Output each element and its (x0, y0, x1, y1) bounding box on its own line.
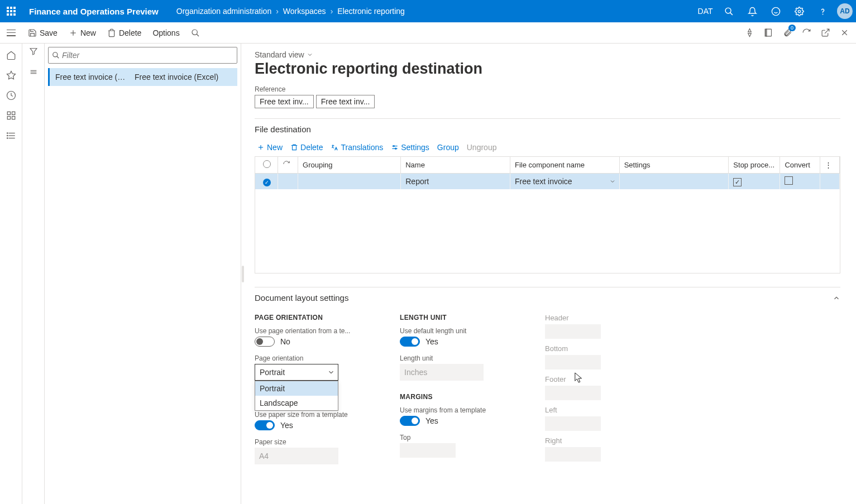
personalize-icon[interactable] (740, 22, 759, 44)
file-destination-header[interactable]: File destination (255, 118, 840, 140)
dropdown-option-landscape[interactable]: Landscape (255, 396, 338, 410)
view-selector[interactable]: Standard view (255, 50, 840, 59)
star-icon[interactable] (1, 67, 22, 84)
grid-new-button[interactable]: New (257, 143, 283, 152)
nav-rail (0, 44, 22, 504)
save-label: Save (40, 28, 58, 37)
layout-settings-header[interactable]: Document layout settings (255, 287, 840, 308)
detail-pane: Standard view Electronic reporting desti… (245, 44, 856, 504)
home-icon[interactable] (1, 47, 22, 64)
convert-checkbox[interactable] (785, 176, 793, 185)
col-convert[interactable]: Convert (780, 157, 820, 174)
col-stop[interactable]: Stop proce... (729, 157, 780, 174)
more-columns-icon[interactable]: ⋮ (825, 161, 832, 169)
bell-icon[interactable] (741, 0, 763, 22)
col-grouping[interactable]: Grouping (298, 157, 401, 174)
grid-delete-button[interactable]: Delete (290, 143, 323, 152)
use-orientation-toggle[interactable] (255, 337, 275, 347)
grid-settings-button[interactable]: Settings (391, 143, 429, 152)
refresh-icon[interactable] (797, 22, 816, 44)
gear-icon[interactable] (788, 0, 810, 22)
menu-icon[interactable] (0, 22, 22, 44)
toggle-value: Yes (425, 416, 438, 425)
use-default-length-label: Use default length unit (400, 327, 523, 335)
use-margins-toggle[interactable] (400, 416, 420, 426)
reference-chip[interactable]: Free text inv... (316, 95, 375, 108)
app-launcher-icon[interactable] (0, 0, 22, 22)
col-file-component[interactable]: File component name (510, 157, 619, 174)
cell-file-component[interactable]: Free text invoice (510, 174, 619, 190)
svg-rect-18 (7, 117, 10, 119)
reference-label: Reference (255, 85, 840, 93)
bottom-margin-label: Bottom (545, 344, 634, 353)
dropdown-option-portrait[interactable]: Portrait (255, 381, 338, 396)
svg-rect-17 (12, 112, 15, 114)
grid-translations-button[interactable]: Translations (331, 143, 383, 152)
page-orientation-select[interactable]: Portrait (255, 364, 338, 381)
svg-rect-19 (12, 117, 15, 119)
svg-point-2 (772, 7, 780, 15)
attachments-icon[interactable]: 0 (778, 22, 797, 44)
reference-chip[interactable]: Free text inv... (255, 95, 314, 108)
footer-margin-label: Footer (545, 375, 634, 383)
modules-icon[interactable] (1, 127, 22, 144)
stop-checkbox[interactable]: ✓ (733, 178, 742, 186)
delete-button[interactable]: Delete (102, 22, 147, 44)
chevron-right-icon: › (276, 7, 279, 16)
avatar[interactable]: AD (837, 3, 853, 19)
paper-size-field: A4 (255, 448, 338, 464)
refresh-col-icon[interactable] (283, 160, 290, 168)
col-name[interactable]: Name (401, 157, 510, 174)
workspace-icon[interactable] (1, 107, 22, 124)
close-icon[interactable] (835, 22, 854, 44)
grid-group-button[interactable]: Group (437, 143, 459, 152)
svg-point-0 (725, 8, 731, 13)
left-margin-label: Left (545, 406, 634, 414)
breadcrumb: Organization administration › Workspaces… (176, 7, 405, 16)
right-margin-label: Right (545, 436, 634, 445)
list-item[interactable]: Free text invoice (Exc... Free text invo… (48, 68, 237, 86)
page-options-icon[interactable] (759, 22, 778, 44)
chevron-up-icon (833, 294, 840, 302)
list-lines-icon[interactable] (29, 68, 38, 78)
length-unit-field: Inches (400, 364, 484, 381)
footer-margin-field (545, 386, 601, 400)
row-selected-icon[interactable] (263, 179, 271, 186)
top-label: Top (400, 434, 523, 441)
clock-icon[interactable] (1, 87, 22, 104)
breadcrumb-item[interactable]: Organization administration (176, 7, 271, 16)
save-button[interactable]: Save (22, 22, 63, 44)
popout-icon[interactable] (816, 22, 835, 44)
top-margin-field (400, 443, 456, 458)
svg-point-9 (192, 30, 197, 35)
col-settings[interactable]: Settings (619, 157, 729, 174)
use-paper-size-toggle[interactable] (255, 420, 275, 430)
filter-input[interactable] (48, 47, 237, 64)
svg-rect-16 (7, 112, 10, 114)
cell-name[interactable]: Report (401, 174, 510, 190)
filter-text[interactable] (62, 51, 233, 60)
breadcrumb-item[interactable]: Electronic reporting (337, 7, 405, 16)
table-row[interactable]: Report Free text invoice ✓ (255, 174, 840, 190)
svg-point-6 (822, 14, 823, 15)
main-content: Free text invoice (Exc... Free text invo… (0, 44, 856, 504)
help-icon[interactable] (811, 0, 834, 22)
options-label: Options (152, 28, 179, 37)
page-orientation-label: Page orientation (255, 354, 377, 362)
select-all-icon[interactable] (263, 160, 271, 168)
company-code[interactable]: DAT (694, 0, 716, 22)
options-button[interactable]: Options (147, 22, 185, 44)
list-rail (22, 44, 45, 504)
page-orientation-dropdown[interactable]: Portrait Landscape (255, 381, 338, 411)
svg-line-30 (57, 56, 59, 59)
use-default-length-toggle[interactable] (400, 337, 420, 347)
breadcrumb-item[interactable]: Workspaces (283, 7, 326, 16)
file-destination-grid[interactable]: Grouping Name File component name Settin… (255, 156, 840, 273)
funnel-icon[interactable] (29, 47, 38, 57)
actionbar-search-icon[interactable] (185, 22, 205, 44)
chevron-right-icon: › (331, 7, 333, 16)
search-icon[interactable] (718, 0, 740, 22)
new-button[interactable]: New (63, 22, 102, 44)
smiley-icon[interactable] (764, 0, 787, 22)
bottom-margin-field (545, 355, 601, 369)
